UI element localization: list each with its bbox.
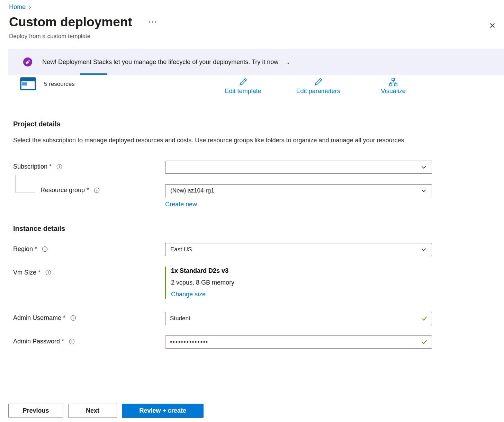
create-new-link[interactable]: Create new bbox=[165, 201, 197, 208]
info-icon[interactable] bbox=[94, 187, 100, 193]
resource-group-dropdown[interactable]: (New) az104-rg1 bbox=[165, 184, 432, 197]
subscription-dropdown[interactable] bbox=[165, 161, 432, 174]
label-text: Region bbox=[13, 245, 33, 253]
region-dropdown[interactable]: East US bbox=[165, 243, 432, 256]
pencil-icon bbox=[237, 77, 249, 87]
custom-deployment-page: Home › ✕ Custom deployment ··· Deploy fr… bbox=[0, 0, 504, 422]
close-icon[interactable]: ✕ bbox=[487, 21, 498, 30]
admin-username-input[interactable] bbox=[165, 312, 432, 325]
title-row: Custom deployment ··· bbox=[9, 15, 504, 29]
review-create-button[interactable]: Review + create bbox=[122, 404, 204, 418]
admin-password-input[interactable] bbox=[165, 335, 432, 349]
label-text: Subscription bbox=[13, 163, 47, 170]
chevron-down-icon bbox=[421, 246, 427, 253]
hierarchy-icon bbox=[388, 77, 399, 87]
arrow-right-icon: → bbox=[283, 58, 290, 66]
edit-template-button[interactable]: Edit template bbox=[219, 77, 267, 95]
more-options-icon[interactable]: ··· bbox=[149, 18, 158, 26]
page-subtitle: Deploy from a custom template bbox=[9, 33, 504, 40]
edit-parameters-button[interactable]: Edit parameters bbox=[290, 77, 346, 95]
page-title: Custom deployment bbox=[9, 15, 132, 29]
edit-parameters-label: Edit parameters bbox=[296, 88, 340, 95]
vm-size-selection: 1x Standard D2s v3 2 vcpus, 8 GB memory … bbox=[165, 267, 504, 299]
subscription-control bbox=[165, 161, 432, 174]
deployment-stacks-banner[interactable]: New! Deployment Stacks let you manage th… bbox=[8, 49, 504, 75]
region-label: Region* bbox=[13, 245, 48, 253]
subscription-row: Subscription* bbox=[0, 161, 504, 174]
template-bar: 5 resources Edit template Edit parameter… bbox=[0, 75, 504, 105]
template-tab-remnant bbox=[80, 73, 107, 75]
admin-password-row: Admin Password* bbox=[0, 335, 504, 349]
label-text: Vm Size bbox=[13, 269, 36, 276]
admin-username-row: Admin Username* bbox=[0, 312, 504, 325]
admin-username-label: Admin Username* bbox=[13, 314, 76, 322]
edit-template-label: Edit template bbox=[225, 88, 261, 95]
label-text: Resource group bbox=[40, 187, 85, 194]
next-button[interactable]: Next bbox=[68, 404, 117, 418]
label-text: Admin Username bbox=[13, 314, 61, 322]
region-row: Region* East US bbox=[0, 243, 504, 256]
chevron-down-icon bbox=[421, 164, 427, 170]
subscription-label: Subscription* bbox=[13, 163, 62, 170]
footer-actions: Previous Next Review + create bbox=[8, 404, 204, 418]
instance-details-heading: Instance details bbox=[13, 225, 504, 233]
valid-check-icon bbox=[421, 315, 428, 323]
vm-size-row: Vm Size* 1x Standard D2s v3 2 vcpus, 8 G… bbox=[0, 267, 504, 299]
pencil-icon bbox=[313, 77, 324, 87]
info-icon[interactable] bbox=[70, 315, 76, 321]
required-marker: * bbox=[35, 245, 37, 253]
dropdown-value: (New) az104-rg1 bbox=[170, 187, 214, 194]
required-marker: * bbox=[63, 314, 65, 322]
template-icon bbox=[20, 77, 36, 92]
visualize-label: Visualize bbox=[381, 88, 406, 95]
admin-password-label: Admin Password* bbox=[13, 338, 75, 345]
previous-button[interactable]: Previous bbox=[8, 404, 63, 418]
vm-size-value: 1x Standard D2s v3 bbox=[171, 267, 504, 275]
breadcrumb: Home › bbox=[0, 0, 504, 11]
info-icon[interactable] bbox=[56, 164, 62, 170]
project-details-description: Select the subscription to manage deploy… bbox=[13, 135, 411, 146]
breadcrumb-chevron-icon: › bbox=[29, 4, 31, 11]
info-icon[interactable] bbox=[42, 246, 48, 252]
vm-size-label: Vm Size* bbox=[13, 269, 51, 276]
admin-username-control bbox=[165, 312, 432, 325]
rocket-icon bbox=[23, 57, 33, 67]
resource-group-control: (New) az104-rg1 bbox=[165, 184, 432, 197]
admin-password-control bbox=[165, 335, 432, 349]
visualize-button[interactable]: Visualize bbox=[376, 77, 411, 95]
banner-text: New! Deployment Stacks let you manage th… bbox=[42, 59, 278, 66]
breadcrumb-home-link[interactable]: Home bbox=[9, 3, 26, 11]
region-control: East US bbox=[165, 243, 432, 256]
required-marker: * bbox=[62, 338, 64, 345]
dropdown-value: East US bbox=[170, 246, 192, 253]
change-size-link[interactable]: Change size bbox=[171, 291, 206, 298]
vm-size-specs: 2 vcpus, 8 GB memory bbox=[171, 279, 504, 286]
required-marker: * bbox=[49, 163, 52, 170]
resource-group-row: Resource group* (New) az104-rg1 bbox=[0, 184, 504, 197]
resource-group-label: Resource group* bbox=[40, 187, 100, 194]
field-connector-line bbox=[15, 175, 35, 192]
valid-check-icon bbox=[421, 339, 428, 347]
info-icon[interactable] bbox=[45, 270, 51, 276]
info-icon[interactable] bbox=[69, 339, 75, 344]
project-details-heading: Project details bbox=[13, 120, 504, 128]
required-marker: * bbox=[87, 187, 89, 194]
required-marker: * bbox=[38, 269, 40, 276]
label-text: Admin Password bbox=[13, 338, 60, 345]
chevron-down-icon bbox=[421, 188, 427, 194]
resources-count: 5 resources bbox=[44, 81, 75, 88]
